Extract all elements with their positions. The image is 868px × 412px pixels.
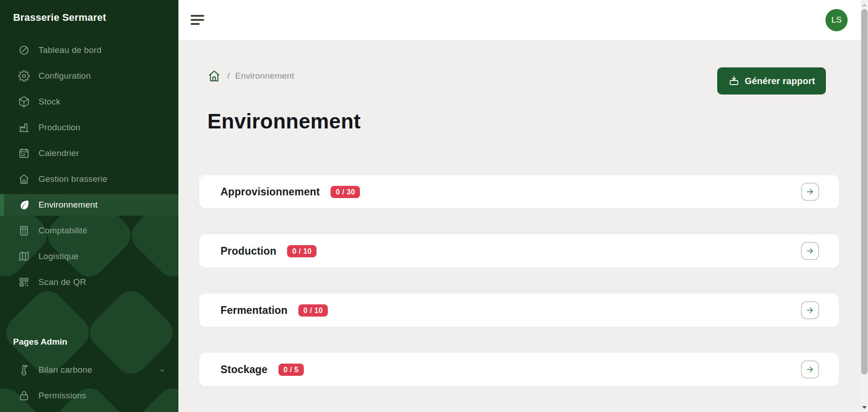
sidebar-item-label: Logistique bbox=[38, 251, 79, 261]
sidebar-item-comptabilite[interactable]: Comptabilité bbox=[0, 220, 178, 242]
sidebar-item-label: Production bbox=[38, 123, 81, 133]
home-icon bbox=[18, 173, 30, 185]
sidebar-nav: Tableau de bord Configuration Stock Prod… bbox=[0, 39, 178, 293]
topbar: LS bbox=[178, 0, 868, 40]
generate-report-label: Générer rapport bbox=[745, 76, 815, 86]
sidebar-item-label: Tableau de bord bbox=[38, 45, 101, 55]
gear-icon bbox=[18, 70, 30, 82]
menu-toggle-button[interactable] bbox=[191, 15, 204, 25]
sidebar-item-label: Permissions bbox=[38, 391, 86, 401]
sidebar-item-configuration[interactable]: Configuration bbox=[0, 65, 178, 87]
main-area: LS / Environnement Générer rapport Envir… bbox=[178, 0, 868, 412]
category-card-production[interactable]: Production 0 / 10 bbox=[199, 234, 839, 268]
sidebar-item-environnement[interactable]: Environnement bbox=[0, 194, 178, 216]
sidebar-item-production[interactable]: Production bbox=[0, 117, 178, 138]
breadcrumb-separator: / bbox=[227, 71, 230, 81]
arrow-right-icon bbox=[806, 365, 815, 374]
qr-code-icon bbox=[18, 276, 30, 288]
scrollbar-thumb[interactable] bbox=[861, 9, 868, 374]
user-avatar[interactable]: LS bbox=[825, 9, 848, 31]
svg-text:12: 12 bbox=[21, 152, 25, 157]
sidebar-item-label: Stock bbox=[38, 97, 61, 107]
sidebar-item-label: Environnement bbox=[38, 200, 97, 210]
progress-badge: 0 / 5 bbox=[278, 364, 304, 376]
sidebar-item-label: Bilan carbone bbox=[38, 365, 92, 375]
gauge-icon bbox=[18, 44, 30, 56]
sidebar-item-stock[interactable]: Stock bbox=[0, 91, 178, 113]
page-scrollbar bbox=[861, 0, 868, 412]
sidebar: Brasserie Sermaret Tableau de bord Confi… bbox=[0, 0, 178, 412]
home-icon[interactable] bbox=[207, 69, 221, 83]
category-card-approvisionnement[interactable]: Approvisionnement 0 / 30 bbox=[199, 175, 839, 208]
open-category-button[interactable] bbox=[801, 183, 819, 201]
factory-icon bbox=[18, 122, 30, 133]
progress-badge: 0 / 10 bbox=[287, 245, 317, 257]
sidebar-item-label: Scan de QR bbox=[38, 277, 86, 287]
breadcrumb-current: Environnement bbox=[235, 71, 294, 81]
category-title: Production bbox=[221, 245, 276, 257]
generate-report-button[interactable]: Générer rapport bbox=[717, 67, 826, 95]
download-icon bbox=[728, 75, 740, 87]
leaf-icon bbox=[18, 199, 30, 211]
page-content: / Environnement Générer rapport Environn… bbox=[178, 40, 868, 412]
arrow-right-icon bbox=[806, 306, 815, 315]
map-icon bbox=[18, 251, 30, 262]
lock-icon bbox=[18, 390, 30, 402]
sidebar-item-label: Comptabilité bbox=[38, 226, 87, 236]
sidebar-item-bilan-carbone[interactable]: Bilan carbone bbox=[0, 359, 178, 381]
progress-badge: 0 / 30 bbox=[331, 186, 360, 198]
category-card-fermentation[interactable]: Fermentation 0 / 10 bbox=[199, 294, 839, 327]
category-title: Approvisionnement bbox=[221, 186, 320, 198]
page-title: Environnement bbox=[207, 108, 839, 134]
sidebar-item-label: Calendrier bbox=[38, 148, 79, 158]
breadcrumb: / Environnement bbox=[207, 69, 294, 83]
sidebar-item-tableau-de-bord[interactable]: Tableau de bord bbox=[0, 39, 178, 61]
sidebar-item-gestion-brasserie[interactable]: Gestion brasserie bbox=[0, 168, 178, 190]
category-title: Stockage bbox=[221, 364, 268, 376]
sidebar-item-label: Configuration bbox=[38, 71, 91, 81]
chevron-down-icon[interactable] bbox=[159, 367, 166, 374]
sidebar-item-scan-de-qr[interactable]: Scan de QR bbox=[0, 271, 178, 293]
category-title: Fermentation bbox=[221, 304, 288, 317]
sidebar-item-label: Gestion brasserie bbox=[38, 174, 107, 184]
open-category-button[interactable] bbox=[801, 360, 819, 379]
sidebar-item-permissions[interactable]: Permissions bbox=[0, 385, 178, 407]
progress-badge: 0 / 10 bbox=[298, 304, 328, 317]
scroll-down-arrow[interactable] bbox=[862, 406, 867, 409]
category-card-stockage[interactable]: Stockage 0 / 5 bbox=[199, 353, 839, 386]
arrow-right-icon bbox=[806, 246, 815, 256]
app-title: Brasserie Sermaret bbox=[0, 0, 178, 24]
calendar-icon: 12 bbox=[18, 147, 30, 159]
calculator-icon bbox=[18, 225, 30, 237]
scroll-up-arrow[interactable] bbox=[862, 4, 867, 6]
category-list: Approvisionnement 0 / 30 Production 0 / … bbox=[199, 175, 839, 386]
hamburger-icon bbox=[191, 15, 204, 17]
thermometer-icon bbox=[18, 364, 30, 376]
open-category-button[interactable] bbox=[801, 242, 819, 260]
package-icon bbox=[18, 96, 30, 108]
admin-section-heading: Pages Admin bbox=[0, 337, 178, 347]
sidebar-item-logistique[interactable]: Logistique bbox=[0, 246, 178, 267]
open-category-button[interactable] bbox=[801, 301, 819, 319]
sidebar-item-calendrier[interactable]: 12 Calendrier bbox=[0, 142, 178, 164]
arrow-right-icon bbox=[806, 187, 815, 196]
